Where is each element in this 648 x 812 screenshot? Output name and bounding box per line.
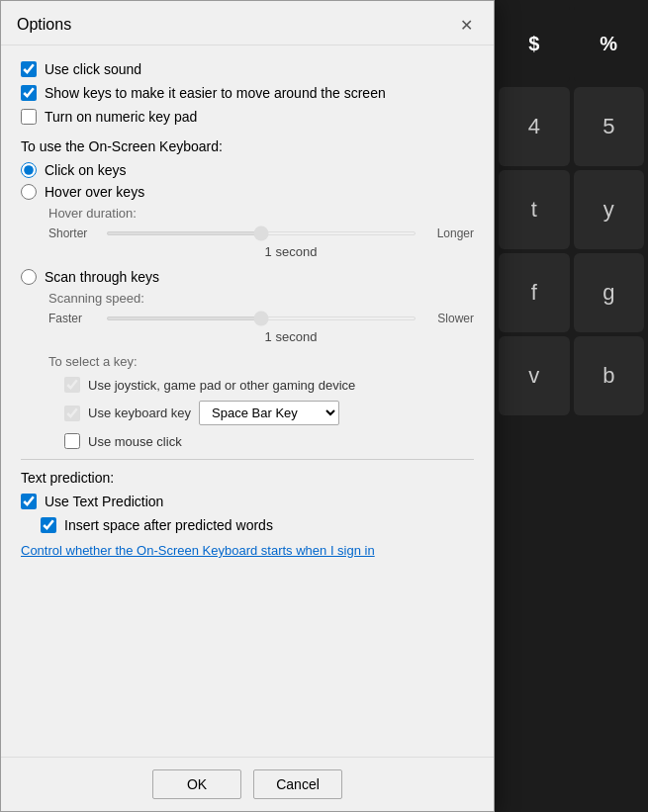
use-text-prediction-checkbox[interactable] xyxy=(21,494,37,509)
key-f: f xyxy=(499,253,570,332)
keyboard-usage-label: To use the On-Screen Keyboard: xyxy=(21,138,474,154)
title-bar: Options ✕ xyxy=(1,1,494,45)
cancel-button[interactable]: Cancel xyxy=(253,769,342,799)
click-on-keys-row: Click on keys xyxy=(21,162,474,178)
dialog-body: Use click sound Show keys to make it eas… xyxy=(1,45,494,757)
insert-space-label[interactable]: Insert space after predicted words xyxy=(64,517,273,533)
numeric-keypad-label[interactable]: Turn on numeric key pad xyxy=(45,109,197,125)
hover-duration-section: Hover duration: Shorter Longer 1 second xyxy=(48,206,474,259)
hover-over-keys-label[interactable]: Hover over keys xyxy=(45,184,144,200)
key-dollar: $ xyxy=(499,4,570,83)
slower-label: Slower xyxy=(424,312,474,325)
scanning-speed-slider-row: Faster Slower xyxy=(48,312,474,325)
scanning-speed-label: Scanning speed: xyxy=(48,291,474,306)
keyboard-key-dropdown[interactable]: Space Bar Key Enter Key Tab Key Caps Loc… xyxy=(199,401,339,425)
use-text-prediction-label[interactable]: Use Text Prediction xyxy=(45,494,163,509)
use-click-sound-checkbox[interactable] xyxy=(21,61,37,77)
keyboard-key-row: Use keyboard key Space Bar Key Enter Key… xyxy=(64,401,474,425)
mouse-click-checkbox[interactable] xyxy=(64,433,80,449)
shorter-label: Shorter xyxy=(48,226,98,240)
joystick-checkbox[interactable] xyxy=(64,377,80,393)
text-prediction-section: Text prediction: Use Text Prediction Ins… xyxy=(21,470,474,533)
scan-through-keys-row: Scan through keys xyxy=(21,269,474,285)
key-4: 4 xyxy=(499,87,570,166)
key-g: g xyxy=(574,253,645,332)
numeric-keypad-checkbox[interactable] xyxy=(21,109,37,125)
click-on-keys-label[interactable]: Click on keys xyxy=(45,162,126,178)
select-key-label: To select a key: xyxy=(48,354,474,369)
hover-over-keys-radio[interactable] xyxy=(21,184,37,200)
options-dialog: Options ✕ Use click sound Show keys to m… xyxy=(0,0,495,812)
key-b: b xyxy=(574,336,645,415)
dialog-footer: OK Cancel xyxy=(1,757,494,811)
close-button[interactable]: ✕ xyxy=(454,13,478,37)
scanning-speed-value: 1 second xyxy=(108,329,474,344)
scanning-speed-slider[interactable] xyxy=(106,316,417,320)
key-percent: % xyxy=(574,4,645,83)
hover-duration-value: 1 second xyxy=(108,244,474,259)
section-divider xyxy=(21,459,474,460)
key-y: y xyxy=(574,170,645,249)
hover-duration-slider-row: Shorter Longer xyxy=(48,226,474,240)
show-keys-row: Show keys to make it easier to move arou… xyxy=(21,85,474,101)
mouse-click-row: Use mouse click xyxy=(64,433,474,449)
keyboard-key-label[interactable]: Use keyboard key xyxy=(88,406,191,420)
hover-duration-label: Hover duration: xyxy=(48,206,474,221)
dialog-title: Options xyxy=(17,16,71,34)
joystick-row: Use joystick, game pad or other gaming d… xyxy=(64,377,474,393)
text-prediction-header: Text prediction: xyxy=(21,470,474,486)
select-key-options: Use joystick, game pad or other gaming d… xyxy=(64,377,474,449)
scan-through-keys-radio[interactable] xyxy=(21,269,37,285)
keyboard-starts-link[interactable]: Control whether the On-Screen Keyboard s… xyxy=(21,543,474,558)
key-t: t xyxy=(499,170,570,249)
hover-over-keys-row: Hover over keys xyxy=(21,184,474,200)
faster-label: Faster xyxy=(48,312,98,325)
insert-space-row: Insert space after predicted words xyxy=(41,517,474,533)
joystick-label[interactable]: Use joystick, game pad or other gaming d… xyxy=(88,378,355,393)
radio-group: Click on keys Hover over keys Hover dura… xyxy=(21,162,474,449)
ok-button[interactable]: OK xyxy=(152,769,241,799)
keyboard-key-checkbox[interactable] xyxy=(64,406,80,421)
scan-through-keys-label[interactable]: Scan through keys xyxy=(45,269,159,285)
mouse-click-label[interactable]: Use mouse click xyxy=(88,434,182,449)
insert-space-checkbox[interactable] xyxy=(41,517,56,533)
longer-label: Longer xyxy=(424,226,474,240)
numeric-keypad-row: Turn on numeric key pad xyxy=(21,109,474,125)
use-click-sound-label[interactable]: Use click sound xyxy=(45,61,141,77)
scanning-speed-section: Scanning speed: Faster Slower 1 second xyxy=(48,291,474,344)
use-click-sound-row: Use click sound xyxy=(21,61,474,77)
key-v: v xyxy=(499,336,570,415)
use-text-prediction-row: Use Text Prediction xyxy=(21,494,474,509)
key-5: 5 xyxy=(574,87,645,166)
click-on-keys-radio[interactable] xyxy=(21,162,37,178)
show-keys-checkbox[interactable] xyxy=(21,85,37,101)
show-keys-label[interactable]: Show keys to make it easier to move arou… xyxy=(45,85,386,101)
hover-duration-slider[interactable] xyxy=(106,231,417,235)
keyboard-background: $ % 4 5 t y f g v b xyxy=(495,0,648,812)
